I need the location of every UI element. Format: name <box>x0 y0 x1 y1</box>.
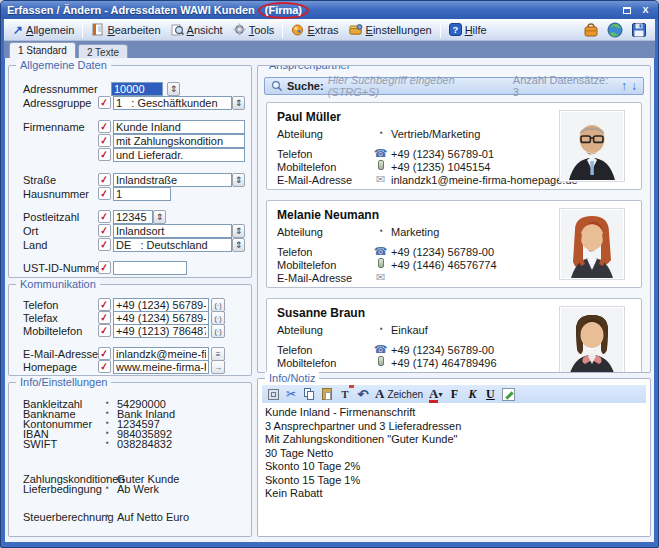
hausnummer-input[interactable] <box>113 187 171 201</box>
field-row-mobiltelefon: Mobiltelefon ✓ (·) <box>9 324 251 338</box>
dial-button[interactable]: (·) <box>211 298 225 312</box>
check-icon[interactable]: ✓ <box>98 120 111 133</box>
field-row-telefon: Telefon ✓ (·) <box>9 298 251 312</box>
save-icon[interactable] <box>631 22 647 38</box>
firmenname-label: Firmenname <box>23 121 85 133</box>
contact-card[interactable]: Melanie Neumann Abteilung ▪ Marketing Te… <box>266 200 642 288</box>
adressnummer-label: Adressnummer <box>23 83 98 95</box>
land-spinner[interactable]: ⇕ <box>232 238 245 252</box>
menu-tools[interactable]: Tools <box>228 21 280 38</box>
menu-extras[interactable]: Extras <box>286 21 343 38</box>
check-icon[interactable]: ✓ <box>98 148 111 161</box>
contact-search-bar[interactable]: Suche: Hier Suchbegriff eingeben (STRG+S… <box>264 77 644 95</box>
telefax-label: Telefax <box>23 312 58 324</box>
plz-spinner[interactable]: ⇕ <box>153 210 166 224</box>
note-text-area[interactable]: Kunde Inland - Firmenanschrift 3 Ansprec… <box>262 406 646 531</box>
menu-separator <box>440 22 441 38</box>
cut-button[interactable]: ✂ <box>285 387 297 401</box>
search-placeholder: Hier Suchbegriff eingeben (STRG+S) <box>328 74 509 98</box>
firmenname-input-2[interactable] <box>113 134 245 148</box>
check-icon[interactable]: ✓ <box>98 210 111 223</box>
check-icon[interactable]: ✓ <box>98 298 111 311</box>
adressnummer-input[interactable] <box>111 82 163 96</box>
font-dialog-button[interactable]: T <box>339 387 351 401</box>
character-button[interactable]: A Zeichen <box>375 387 423 401</box>
restore-button[interactable] <box>620 4 633 16</box>
chevron-down-icon: ▾ <box>438 390 442 399</box>
check-icon[interactable]: ✓ <box>98 224 111 237</box>
email-input[interactable] <box>113 347 209 361</box>
check-icon[interactable]: ✓ <box>98 311 111 324</box>
menu-hilfe[interactable]: ? Hilfe <box>444 21 492 38</box>
ort-input[interactable] <box>113 224 232 238</box>
mobiltelefon-input[interactable] <box>113 324 209 338</box>
italic-button[interactable]: K <box>466 387 478 401</box>
contact-card[interactable]: Susanne Braun Abteilung ▪ Einkauf Telefo… <box>266 298 642 373</box>
font-color-mark <box>349 385 354 388</box>
note-toolbar: ✂ T ↶ A Zeichen A ▾ F K U <box>262 385 646 403</box>
next-record-arrow[interactable]: ↓ <box>631 81 637 91</box>
square-bullet-icon: ▪ <box>106 511 109 520</box>
adressgruppe-spinner[interactable]: ⇕ <box>232 96 245 110</box>
field-row-land: Land ✓ ⇕ <box>9 238 251 252</box>
tab-texte[interactable]: 2 Texte <box>78 44 128 58</box>
strasse-input[interactable] <box>113 173 232 187</box>
globe-icon[interactable] <box>607 22 623 38</box>
briefcase-icon[interactable] <box>583 22 599 38</box>
close-button[interactable]: X <box>639 4 652 16</box>
land-input[interactable] <box>113 238 232 252</box>
search-icon <box>271 80 283 92</box>
check-icon[interactable]: ✓ <box>98 187 111 200</box>
check-icon[interactable]: ✓ <box>98 134 111 147</box>
check-icon[interactable]: ✓ <box>98 347 111 360</box>
plz-input[interactable] <box>113 210 153 224</box>
open-homepage-button[interactable]: → <box>211 360 225 374</box>
copy-button[interactable] <box>303 387 315 401</box>
magnifier-icon <box>171 23 184 36</box>
edit-note-button[interactable] <box>502 387 515 401</box>
square-bullet-icon: ▪ <box>106 473 109 482</box>
field-row-adressnummer: Adressnummer ⇕ <box>9 82 251 96</box>
firmenname-input-1[interactable] <box>113 120 245 134</box>
check-icon[interactable]: ✓ <box>98 324 111 337</box>
previous-record-arrow[interactable]: ↑ <box>621 81 627 91</box>
check-icon[interactable]: ✓ <box>98 261 111 274</box>
menu-allgemein[interactable]: ↗ Allgemein <box>8 21 79 39</box>
underline-button[interactable]: U <box>484 387 496 401</box>
strasse-spinner[interactable]: ⇕ <box>232 173 245 187</box>
adressgruppe-input[interactable] <box>113 96 232 110</box>
square-bullet-icon: ▪ <box>380 226 383 235</box>
telefon-input[interactable] <box>113 298 209 312</box>
tab-standard[interactable]: 1 Standard <box>9 42 76 58</box>
insert-object-button[interactable] <box>267 387 279 401</box>
ort-spinner[interactable]: ⇕ <box>232 224 245 238</box>
undo-button[interactable]: ↶ <box>357 387 369 401</box>
mail-icon: ✉ <box>373 271 388 284</box>
menu-bearbeiten[interactable]: Bearbeiten <box>86 21 165 38</box>
menu-einstellungen[interactable]: Einstellungen <box>344 21 437 38</box>
menu-ansicht[interactable]: Ansicht <box>166 21 228 38</box>
square-bullet-icon: ▪ <box>106 483 109 492</box>
ustid-input[interactable] <box>113 261 187 275</box>
check-icon[interactable]: ✓ <box>98 238 111 251</box>
check-icon[interactable]: ✓ <box>98 96 111 109</box>
field-row-firmenname-3: ✓ <box>9 148 251 162</box>
font-color-button[interactable]: A ▾ <box>429 387 442 401</box>
check-icon[interactable]: ✓ <box>98 173 111 186</box>
paste-icon <box>322 388 332 400</box>
telefax-input[interactable] <box>113 311 209 325</box>
adressnummer-spinner[interactable]: ⇕ <box>167 82 180 96</box>
homepage-input[interactable] <box>113 360 209 374</box>
square-bullet-icon: ▪ <box>106 408 109 417</box>
check-icon[interactable]: ✓ <box>98 360 111 373</box>
square-bullet-icon: ▪ <box>380 324 383 333</box>
email-list-button[interactable]: ≡ <box>211 347 225 361</box>
firmenname-input-3[interactable] <box>113 148 245 162</box>
bold-button[interactable]: F <box>448 387 460 401</box>
object-icon <box>268 389 279 400</box>
dial-button[interactable]: (·) <box>211 311 225 325</box>
note-line: 30 Tage Netto <box>262 447 646 461</box>
paste-button[interactable] <box>321 387 333 401</box>
contact-card[interactable]: Paul Müller Abteilung ▪ Vertrieb/Marketi… <box>266 102 642 190</box>
dial-button[interactable]: (·) <box>211 324 225 338</box>
